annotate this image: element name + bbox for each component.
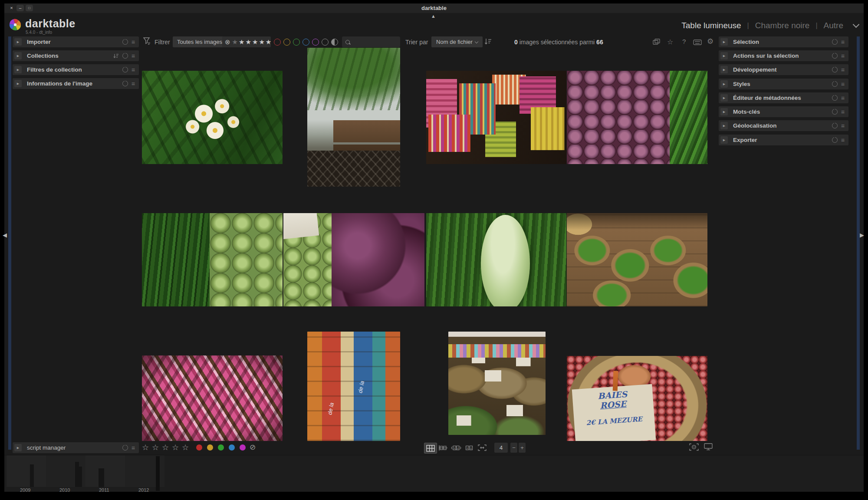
rate-star-2-icon[interactable]: ☆ [152,443,159,452]
color-filter-blue[interactable] [302,39,309,46]
section-styles[interactable]: ▶ Styles ≡ [719,79,848,89]
presets-icon[interactable]: ≡ [841,68,845,72]
color-filter-half[interactable] [331,39,338,46]
zoom-minus-button[interactable]: − [510,443,517,453]
collapse-right-panel-arrow[interactable]: ▶ [860,233,864,237]
timeline[interactable]: 2009 2010 2011 2012 [4,455,864,492]
section-importer[interactable]: ▶ Importer ≡ [13,36,139,47]
presets-icon[interactable]: ≡ [132,40,135,44]
shortcuts-keyboard-icon[interactable] [693,39,702,45]
zoom-plus-button[interactable]: + [519,443,526,453]
photo-palm-hut[interactable] [307,48,400,187]
presets-icon[interactable]: ≡ [841,40,845,44]
sort-dropdown[interactable]: Nom de fichier [431,36,483,47]
view-filemanager-button[interactable] [424,443,437,454]
reset-icon[interactable] [832,67,838,72]
overlays-star-icon[interactable]: ☆ [667,38,673,46]
label-dot-purple[interactable] [240,444,246,451]
view-culling-fixed-button[interactable]: xy [463,443,475,453]
section-geolocation[interactable]: ▶ Géolocalisation ≡ [719,120,848,131]
section-selection[interactable]: ▶ Sélection ≡ [719,36,848,47]
expand-arrow-icon[interactable]: ▶ [14,80,22,87]
presets-icon[interactable]: ≡ [841,124,845,128]
collection-history-icon[interactable] [113,53,119,59]
collapse-top-panel-arrow[interactable]: ▲ [431,14,436,19]
rate-star-1-icon[interactable]: ☆ [142,443,149,452]
section-development[interactable]: ▶ Développement ≡ [719,64,848,75]
section-image-information[interactable]: ▶ Informations de l'image ≡ [13,78,139,89]
rating-star-icon[interactable]: ★ [259,38,264,46]
section-export[interactable]: ▶ Exporter ≡ [719,135,848,145]
collapse-left-panel-arrow[interactable]: ◀ [3,233,7,237]
photo-woven-bags[interactable] [426,71,566,164]
reset-icon[interactable] [832,137,838,143]
preferences-gear-icon[interactable]: ⚙ [707,37,713,46]
presets-icon[interactable]: ≡ [841,138,845,142]
reject-icon[interactable]: ⊗ [225,38,230,46]
presets-icon[interactable]: ≡ [841,110,845,114]
reset-icon[interactable] [832,39,838,45]
color-filter-yellow[interactable] [283,39,290,46]
search-box[interactable] [342,36,400,47]
rating-star-icon[interactable]: ★ [252,38,258,46]
photo-chili-baskets[interactable] [567,213,707,306]
left-scrollbar[interactable] [8,36,11,450]
section-script-manager[interactable]: ▶ script manager ≡ [13,442,139,453]
presets-icon[interactable]: ≡ [841,82,845,86]
views-chevron-down-icon[interactable] [853,21,860,28]
view-zoomable-button[interactable] [437,443,449,453]
expand-arrow-icon[interactable]: ▶ [14,444,22,451]
section-metadata-editor[interactable]: ▶ Éditeur de métadonnées ≡ [719,92,848,103]
photo-zucchini-chayote[interactable] [142,213,283,306]
section-keywords[interactable]: ▶ Mots-clés ≡ [719,106,848,117]
reset-icon[interactable] [832,123,838,128]
photo-frangipani-flowers[interactable] [142,71,283,164]
rate-star-5-icon[interactable]: ☆ [182,443,189,452]
expand-arrow-icon[interactable]: ▶ [720,38,728,46]
photo-red-cabbage[interactable] [283,213,424,306]
section-collection-filters[interactable]: ▶ Filtres de collection ≡ [13,64,139,75]
label-dot-red[interactable] [196,444,202,451]
expand-arrow-icon[interactable]: ▶ [720,80,728,88]
photo-gourd-cucumbers[interactable] [426,213,566,306]
presets-icon[interactable]: ≡ [132,54,135,58]
color-filter-green[interactable] [293,39,300,46]
presets-icon[interactable]: ≡ [841,96,845,100]
reset-icon[interactable] [832,109,838,115]
expand-arrow-icon[interactable]: ▶ [720,136,728,144]
photo-spice-market[interactable] [448,332,546,435]
view-tab-lighttable[interactable]: Table lumineuse [681,21,741,30]
rating-star-range-icon[interactable]: ★ [232,38,238,46]
reset-icon[interactable] [122,445,128,451]
reset-icon[interactable] [122,81,128,86]
expand-arrow-icon[interactable]: ▶ [14,66,22,73]
rating-star-icon[interactable]: ★ [239,38,244,46]
rate-star-3-icon[interactable]: ☆ [162,443,169,452]
label-dot-yellow[interactable] [207,444,213,451]
help-icon[interactable]: ? [682,38,686,45]
reset-icon[interactable] [832,53,838,59]
expand-arrow-icon[interactable]: ▶ [14,52,22,59]
focus-peaking-icon[interactable] [689,443,699,451]
label-dot-green[interactable] [218,444,224,451]
search-input[interactable] [352,38,398,46]
section-selection-actions[interactable]: ▶ Actions sur la sélection ≡ [719,50,848,61]
reset-icon[interactable] [832,95,838,101]
expand-arrow-icon[interactable]: ▶ [720,66,728,73]
presets-icon[interactable]: ≡ [132,68,135,72]
reset-icon[interactable] [122,67,128,72]
color-assessment-monitor-icon[interactable] [704,443,713,451]
expand-arrow-icon[interactable]: ▶ [720,52,728,59]
color-filter-purple[interactable] [312,39,319,46]
section-collections[interactable]: ▶ Collections ≡ [13,50,139,61]
expand-arrow-icon[interactable]: ▶ [720,94,728,102]
rating-star-icon[interactable]: ★ [266,38,271,46]
photo-pink-baskets[interactable] [142,355,283,441]
presets-icon[interactable]: ≡ [132,82,135,86]
photo-pink-peppercorns[interactable]: BAIES ROSE 2€ LA MEZURE [567,356,707,441]
rating-filter[interactable]: ⊗ ★ ★ ★ ★ ★ ★ [222,36,271,47]
presets-icon[interactable]: ≡ [132,446,135,450]
view-tab-other[interactable]: Autre [824,21,843,30]
reset-icon[interactable] [122,39,128,45]
clear-labels-icon[interactable]: ⊘ [250,443,256,452]
